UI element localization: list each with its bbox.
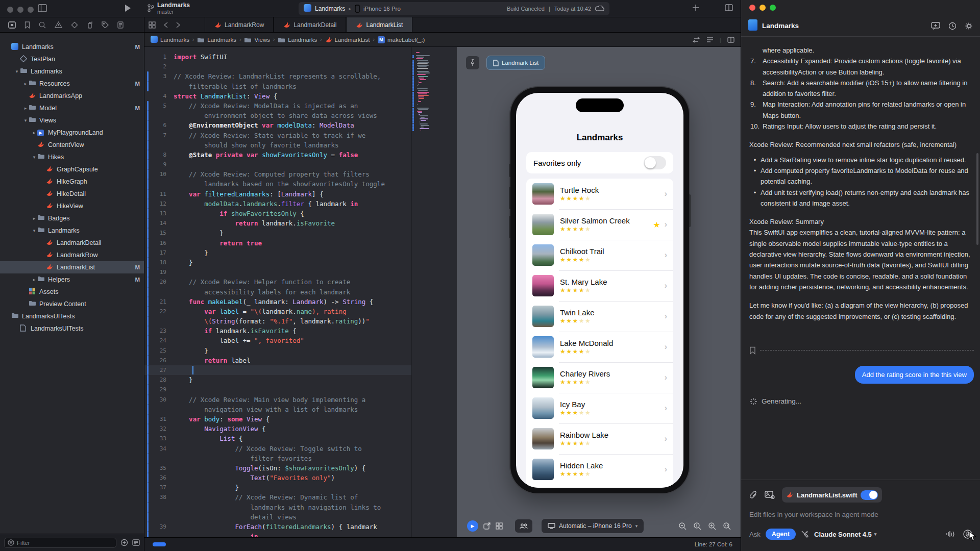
window-traffic-lights[interactable]	[7, 6, 38, 15]
model-selector[interactable]: Claude Sonnet 4.5 ▾	[814, 531, 876, 538]
tree-item-Preview Content[interactable]: Preview Content	[0, 298, 144, 310]
tree-item-Hikes[interactable]: ▾Hikes	[0, 151, 144, 163]
tree-item-MyPlaygroundLand[interactable]: ▸▶MyPlaygroundLand	[0, 127, 144, 139]
maximize-icon[interactable]	[770, 5, 776, 11]
related-items-icon[interactable]	[692, 37, 700, 43]
tree-item-LandmarkRow[interactable]: LandmarkRow	[0, 249, 144, 261]
landmark-row-Icy Bay[interactable]: Icy Bay★★★★★›	[526, 393, 673, 423]
tree-item-Assets[interactable]: Assets	[0, 286, 144, 298]
zoom-fit-icon[interactable]	[723, 522, 731, 530]
zoom-window-icon[interactable]	[28, 7, 34, 13]
add-tab-icon[interactable]	[692, 4, 699, 11]
tab-LandmarkList[interactable]: LandmarkList	[346, 17, 412, 32]
grid-variants-icon[interactable]	[496, 522, 503, 530]
source-editor[interactable]: 1import SwiftUI23// Xcode Review: Landma…	[144, 47, 411, 537]
project-scheme-cluster[interactable]: Landmarks master	[147, 2, 190, 15]
breakpoints-icon[interactable]	[102, 21, 109, 28]
tree-item-Views[interactable]: ▾Views	[0, 114, 144, 127]
agent-mode-button[interactable]: Agent	[766, 529, 796, 540]
file-context-toggle[interactable]	[861, 490, 878, 500]
tree-item-LandmarksApp[interactable]: LandmarksApp	[0, 90, 144, 102]
disclosure-icon[interactable]: ▸	[22, 106, 29, 111]
assistant-scrollbar[interactable]	[976, 153, 978, 245]
go-back-icon[interactable]	[160, 17, 172, 32]
minimize-window-icon[interactable]	[17, 7, 23, 13]
tree-item-HikeDetail[interactable]: HikeDetail	[0, 188, 144, 200]
landmark-row-St. Mary Lake[interactable]: St. Mary Lake★★★★★›	[526, 270, 673, 301]
breadcrumb-item[interactable]: Landmarks	[197, 37, 236, 43]
device-settings-button[interactable]	[515, 519, 532, 533]
breadcrumb-item[interactable]: MmakeLabel(_:)	[378, 36, 425, 43]
breadcrumb-item[interactable]: Landmarks	[151, 36, 189, 44]
project-navigator-icon[interactable]	[8, 21, 16, 29]
tests-icon[interactable]	[71, 21, 78, 29]
bookmark-icon[interactable]	[24, 21, 30, 29]
editor-options-icon[interactable]	[706, 37, 714, 43]
zoom-actual-icon[interactable]	[693, 522, 701, 530]
landmark-row-Silver Salmon Creek[interactable]: Silver Salmon Creek★★★★★★›	[526, 209, 673, 240]
breadcrumb-item[interactable]: LandmarkList	[325, 36, 370, 43]
live-preview-button[interactable]: ▶	[467, 520, 478, 532]
landmark-row-Lake McDonald[interactable]: Lake McDonald★★★★★›	[526, 332, 673, 362]
reports-icon[interactable]	[117, 21, 124, 29]
go-forward-icon[interactable]	[172, 17, 184, 32]
preview-tab[interactable]: Landmark List	[486, 56, 545, 70]
issues-icon[interactable]	[55, 21, 62, 28]
tree-item-LandmarksUITests[interactable]: LandmarksUITests	[0, 310, 144, 322]
run-button[interactable]	[124, 4, 132, 13]
selectable-preview-icon[interactable]	[483, 522, 491, 530]
attach-file-icon[interactable]	[749, 490, 757, 499]
filter-scope-icon[interactable]	[132, 539, 140, 546]
tree-item-LandmarksUITests[interactable]: LandmarksUITests	[0, 322, 144, 335]
landmark-row-Rainbow Lake[interactable]: Rainbow Lake★★★★★›	[526, 423, 673, 454]
breadcrumb-item[interactable]: Views	[244, 37, 270, 43]
disclosure-icon[interactable]: ▸	[31, 277, 37, 282]
landmark-row-Charley Rivers[interactable]: Charley Rivers★★★★★›	[526, 362, 673, 393]
minimize-icon[interactable]	[760, 5, 766, 11]
tab-LandmarkDetail[interactable]: LandmarkDetail	[274, 17, 346, 32]
tree-item-Badges[interactable]: ▸Badges	[0, 212, 144, 224]
zoom-out-icon[interactable]	[678, 522, 687, 530]
pin-preview-button[interactable]	[466, 56, 479, 69]
tab-LandmarkRow[interactable]: LandmarkRow	[205, 17, 274, 32]
close-icon[interactable]	[749, 5, 755, 11]
tree-item-Model[interactable]: ▸ModelM	[0, 102, 144, 114]
settings-icon[interactable]	[965, 22, 973, 30]
voice-mode-icon[interactable]	[946, 531, 955, 538]
disclosure-icon[interactable]: ▸	[31, 216, 37, 221]
device-selector[interactable]: Automatic – iPhone 16 Pro ▾	[542, 519, 644, 533]
disclosure-icon[interactable]: ▾	[31, 155, 37, 160]
assistant-traffic-lights[interactable]	[749, 5, 776, 11]
close-window-icon[interactable]	[7, 7, 13, 13]
horizontal-scroll-thumb[interactable]	[153, 542, 166, 546]
tree-item-TestPlan[interactable]: TestPlan	[0, 53, 144, 65]
tree-item-Resources[interactable]: ▸ResourcesM	[0, 78, 144, 90]
add-editor-icon[interactable]	[727, 37, 734, 43]
disclosure-icon[interactable]: ▸	[31, 130, 37, 135]
chat-input[interactable]: Edit files in your workspace in agent mo…	[749, 511, 972, 518]
attach-image-icon[interactable]	[765, 491, 775, 499]
tree-item-Landmarks[interactable]: LandmarksM	[0, 41, 144, 53]
debug-icon[interactable]	[87, 21, 93, 29]
history-icon[interactable]	[948, 22, 957, 30]
zoom-in-icon[interactable]	[708, 522, 716, 530]
disclosure-icon[interactable]: ▾	[14, 69, 20, 74]
add-file-icon[interactable]	[120, 539, 128, 546]
tree-item-Landmarks[interactable]: ▾Landmarks	[0, 65, 144, 78]
toggle-sidebar-icon[interactable]	[38, 4, 47, 12]
search-icon[interactable]	[39, 21, 46, 29]
attached-file-chip[interactable]: LandmarkList.swift	[782, 487, 882, 503]
tools-icon[interactable]	[801, 530, 809, 538]
landmark-row-Twin Lake[interactable]: Twin Lake★★★★★›	[526, 301, 673, 332]
new-chat-icon[interactable]	[931, 22, 940, 30]
favorites-toggle-switch[interactable]	[644, 156, 666, 169]
tree-item-Helpers[interactable]: ▸HelpersM	[0, 273, 144, 286]
ask-mode-button[interactable]: Ask	[749, 531, 761, 538]
tab-overview-icon[interactable]	[144, 17, 160, 32]
tree-item-GraphCapsule[interactable]: GraphCapsule	[0, 163, 144, 176]
disclosure-icon[interactable]: ▾	[22, 118, 29, 123]
disclosure-icon[interactable]: ▸	[22, 81, 29, 86]
tree-item-ContentView[interactable]: ContentView	[0, 139, 144, 151]
landmark-row-Turtle Rock[interactable]: Turtle Rock★★★★★›	[526, 179, 673, 209]
tree-item-HikeView[interactable]: HikeView	[0, 200, 144, 212]
